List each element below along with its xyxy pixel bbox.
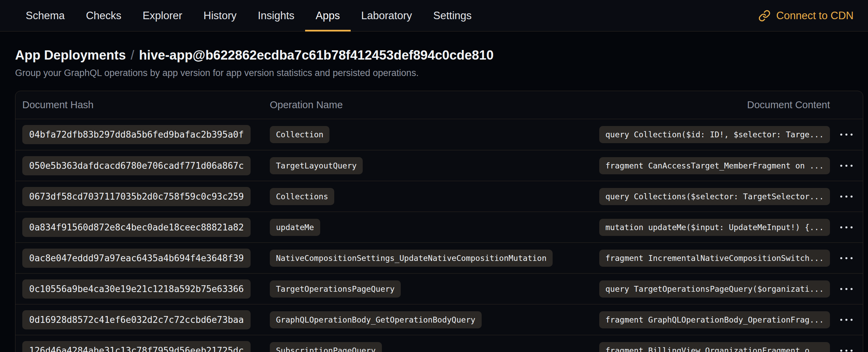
breadcrumb: App Deployments/hive-app@b622862ecdba7c6… xyxy=(15,48,863,63)
document-content-badge[interactable]: fragment CanAccessTarget_MemberFragment … xyxy=(599,157,830,174)
table-row: 0a834f91560d872e8c4bec0ade18ceec88821a82… xyxy=(15,212,863,242)
page-subtitle: Group your GraphQL operations by app ver… xyxy=(15,67,863,78)
row-menu-button[interactable] xyxy=(837,191,856,202)
nav-tab-laboratory[interactable]: Laboratory xyxy=(351,0,423,31)
table-row: 04bfa72dfb83b297dd8a5b6fed9bafac2b395a0f… xyxy=(15,119,863,150)
operation-name-badge[interactable]: SubscriptionPageQuery xyxy=(270,342,382,352)
nav-tab-label: Settings xyxy=(433,10,472,22)
nav-tab-label: Apps xyxy=(316,10,340,22)
ellipsis-icon xyxy=(840,288,842,290)
document-hash-badge[interactable]: 050e5b363dafdcacd6780e706cadf771d06a867c xyxy=(22,156,251,175)
nav-tab-settings[interactable]: Settings xyxy=(423,0,482,31)
nav-tab-explorer[interactable]: Explorer xyxy=(132,0,193,31)
document-hash-badge[interactable]: 126d46a4284abe31c13c78f7959d56eeb21725dc xyxy=(22,341,251,352)
operation-name-badge[interactable]: updateMe xyxy=(270,219,320,236)
nav-tab-apps[interactable]: Apps xyxy=(305,0,351,31)
table-row: 0d16928d8572c41ef6e032d2c7c72ccbd6e73baa… xyxy=(15,304,863,335)
nav-tab-label: Explorer xyxy=(143,10,182,22)
operation-name-badge[interactable]: TargetOperationsPageQuery xyxy=(270,280,401,298)
table-row: 0673df58cd7037117035b2d0c758f59c0c93c259… xyxy=(15,181,863,212)
table-row: 0c10556a9be4ca30e19e21c1218a592b75e63366… xyxy=(15,273,863,304)
row-menu-button[interactable] xyxy=(837,129,856,140)
ellipsis-icon xyxy=(840,196,842,198)
main-content: App Deployments/hive-app@b622862ecdba7c6… xyxy=(0,48,868,352)
breadcrumb-separator: / xyxy=(131,48,134,62)
document-content-badge[interactable]: fragment IncrementalNativeCompositionSwi… xyxy=(599,250,830,267)
ellipsis-icon xyxy=(840,134,842,136)
link-icon xyxy=(758,10,771,22)
table-row: 050e5b363dafdcacd6780e706cadf771d06a867c… xyxy=(15,150,863,181)
document-hash-badge[interactable]: 0ac8e047eddd97a97eac6435a4b694f4e3648f39 xyxy=(22,249,251,268)
ellipsis-icon xyxy=(840,165,842,167)
row-menu-button[interactable] xyxy=(837,252,856,264)
operation-name-badge[interactable]: GraphQLOperationBody_GetOperationBodyQue… xyxy=(270,311,482,328)
table-row: 0ac8e047eddd97a97eac6435a4b694f4e3648f39… xyxy=(15,242,863,273)
document-hash-badge[interactable]: 04bfa72dfb83b297dd8a5b6fed9bafac2b395a0f xyxy=(22,125,251,144)
document-content-badge[interactable]: mutation updateMe($input: UpdateMeInput!… xyxy=(599,219,830,236)
document-hash-badge[interactable]: 0c10556a9be4ca30e19e21c1218a592b75e63366 xyxy=(22,279,251,299)
top-nav: Schema Checks Explorer History Insights … xyxy=(0,0,868,32)
document-content-badge[interactable]: query TargetOperationsPageQuery($organiz… xyxy=(599,280,830,298)
document-content-badge[interactable]: query Collections($selector: TargetSelec… xyxy=(599,188,830,205)
document-content-badge[interactable]: fragment BillingView_OrganizationFragmen… xyxy=(599,342,830,352)
ellipsis-icon xyxy=(840,226,842,228)
nav-tabs: Schema Checks Explorer History Insights … xyxy=(15,0,482,31)
connect-to-cdn-label: Connect to CDN xyxy=(776,10,854,22)
nav-tab-label: Insights xyxy=(258,10,294,22)
nav-tab-label: History xyxy=(204,10,237,22)
table-header-row: Document Hash Operation Name Document Co… xyxy=(15,91,863,119)
table-row: 126d46a4284abe31c13c78f7959d56eeb21725dc… xyxy=(15,335,863,352)
document-content-badge[interactable]: query Collection($id: ID!, $selector: Ta… xyxy=(599,126,830,143)
nav-tab-history[interactable]: History xyxy=(193,0,247,31)
nav-tab-label: Laboratory xyxy=(361,10,412,22)
ellipsis-icon xyxy=(840,350,842,352)
nav-tab-checks[interactable]: Checks xyxy=(75,0,132,31)
ellipsis-icon xyxy=(840,319,842,321)
ellipsis-icon xyxy=(840,257,842,259)
operation-name-badge[interactable]: Collection xyxy=(270,126,329,143)
operation-name-badge[interactable]: TargetLayoutQuery xyxy=(270,157,363,174)
deployments-table: Document Hash Operation Name Document Co… xyxy=(15,91,863,352)
table-body: 04bfa72dfb83b297dd8a5b6fed9bafac2b395a0f… xyxy=(15,119,863,352)
row-menu-button[interactable] xyxy=(837,283,856,295)
nav-tab-label: Checks xyxy=(86,10,121,22)
column-header-document-hash: Document Hash xyxy=(22,99,270,111)
breadcrumb-section[interactable]: App Deployments xyxy=(15,48,126,62)
connect-to-cdn-button[interactable]: Connect to CDN xyxy=(758,0,854,31)
column-header-operation-name: Operation Name xyxy=(270,99,590,111)
row-menu-button[interactable] xyxy=(837,160,856,172)
nav-tab-schema[interactable]: Schema xyxy=(15,0,75,31)
document-hash-badge[interactable]: 0d16928d8572c41ef6e032d2c7c72ccbd6e73baa xyxy=(22,310,251,329)
document-content-badge[interactable]: fragment GraphQLOperationBody_OperationF… xyxy=(599,311,830,328)
row-menu-button[interactable] xyxy=(837,314,856,326)
operation-name-badge[interactable]: NativeCompositionSettings_UpdateNativeCo… xyxy=(270,250,553,267)
row-menu-button[interactable] xyxy=(837,345,856,352)
column-header-document-content: Document Content xyxy=(747,99,830,111)
row-menu-button[interactable] xyxy=(837,222,856,233)
document-hash-badge[interactable]: 0a834f91560d872e8c4bec0ade18ceec88821a82 xyxy=(22,218,251,237)
nav-tab-label: Schema xyxy=(26,10,65,22)
document-hash-badge[interactable]: 0673df58cd7037117035b2d0c758f59c0c93c259 xyxy=(22,187,251,206)
operation-name-badge[interactable]: Collections xyxy=(270,188,334,205)
breadcrumb-app-id: hive-app@b622862ecdba7c61b78f412453def89… xyxy=(139,48,494,62)
nav-tab-insights[interactable]: Insights xyxy=(247,0,305,31)
